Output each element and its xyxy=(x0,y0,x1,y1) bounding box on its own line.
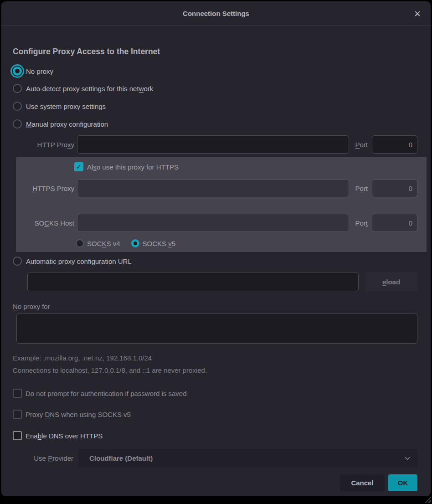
radio-socks-v5[interactable]: SOCKS v5 xyxy=(131,239,176,247)
socks-version-row: SOCKS v4 SOCKS v5 xyxy=(76,238,175,248)
label-text: No prox xyxy=(26,67,50,75)
label-text: KS Host xyxy=(49,219,74,227)
radio-auto-url[interactable]: Automatic proxy configuration URL xyxy=(13,256,132,267)
socks-host-row: SOCKS Host Port xyxy=(13,214,417,232)
label-text: NS when using SOCKS v5 xyxy=(50,411,131,418)
label-accesskey: P xyxy=(355,141,360,149)
radio-no-proxy[interactable]: No proxy xyxy=(13,66,53,77)
no-proxy-for-textarea[interactable] xyxy=(16,313,417,344)
radio-label: Use system proxy settings xyxy=(26,103,106,110)
label-text: rt xyxy=(364,185,368,192)
label-text: SOCKS xyxy=(143,240,169,247)
label-text: SOC xyxy=(87,240,102,247)
label-accesskey: v xyxy=(168,240,172,247)
dialog-titlebar: Connection Settings ✕ xyxy=(1,1,431,26)
reload-button[interactable]: eload xyxy=(365,272,417,291)
label-text: utomatic proxy configuration URL xyxy=(31,257,132,265)
label-accesskey: b xyxy=(38,432,41,440)
label-text: y xyxy=(71,141,75,149)
label-text: Al xyxy=(87,163,93,171)
radio-button-icon xyxy=(13,257,22,266)
radio-label: Auto-detect proxy settings for this netw… xyxy=(26,85,153,93)
label-text: load xyxy=(386,278,400,286)
checkbox-label: Do not prompt for authentication if pass… xyxy=(26,390,187,397)
http-port-label: Port xyxy=(355,141,368,149)
label-text: le DNS over HTTPS xyxy=(41,432,103,440)
radio-label: Automatic proxy configuration URL xyxy=(26,257,132,265)
also-https-checkbox[interactable]: ✓ Also use this proxy for HTTPS xyxy=(74,161,179,172)
enable-doh-checkbox[interactable]: Enable DNS over HTTPS xyxy=(13,430,103,441)
label-text: Use xyxy=(34,454,48,462)
checkbox-label: Enable DNS over HTTPS xyxy=(26,432,103,440)
radio-button-icon xyxy=(76,239,84,247)
radio-button-icon xyxy=(13,67,22,76)
label-text: HTTP Pro xyxy=(37,141,67,149)
checkbox-icon xyxy=(13,431,22,440)
label-text: ork xyxy=(144,85,153,93)
radio-manual-proxy[interactable]: Manual proxy configuration xyxy=(13,118,108,129)
label-accesskey: o xyxy=(360,185,363,192)
label-text: Por xyxy=(355,219,365,227)
http-proxy-input[interactable] xyxy=(77,135,349,154)
provider-row: Use Provider Cloudflare (Default) xyxy=(13,449,417,468)
label-text: ort xyxy=(360,141,368,149)
radio-button-icon xyxy=(13,102,22,111)
provider-selected-value: Cloudflare (Default) xyxy=(89,454,404,462)
label-text: 5 xyxy=(172,240,175,247)
radio-button-icon xyxy=(131,239,139,247)
label-text: cation if password is saved xyxy=(105,390,186,397)
https-proxy-input[interactable] xyxy=(77,179,349,197)
resize-grip[interactable] xyxy=(424,496,431,503)
http-proxy-label: HTTP Proxy xyxy=(13,141,74,149)
label-accesskey: s xyxy=(93,163,97,171)
checkbox-checked-icon: ✓ xyxy=(74,162,83,171)
label-accesskey: t xyxy=(366,219,368,227)
connection-settings-dialog: Connection Settings ✕ Configure Proxy Ac… xyxy=(1,1,431,496)
label-accesskey: e xyxy=(382,278,386,286)
label-text: Proxy xyxy=(26,411,45,418)
label-text: anual proxy configuration xyxy=(32,120,108,128)
socks-port-input[interactable] xyxy=(372,214,417,232)
auto-url-input[interactable] xyxy=(27,272,359,291)
radio-button-icon xyxy=(13,84,22,93)
never-proxied-note: Connections to localhost, 127.0.0.1/8, a… xyxy=(13,366,207,374)
label-text: o proxy for xyxy=(18,303,50,310)
radio-auto-detect[interactable]: Auto-detect proxy settings for this netw… xyxy=(13,83,153,94)
close-icon[interactable]: ✕ xyxy=(411,8,423,20)
radio-label: No proxy xyxy=(26,67,53,75)
socks-host-label: SOCKS Host xyxy=(13,219,74,227)
label-text: Auto-detect proxy settings for this net xyxy=(26,85,139,93)
label-accesskey: y xyxy=(50,67,54,75)
ok-button[interactable]: OK xyxy=(388,474,417,491)
no-prompt-auth-checkbox[interactable]: Do not prompt for authentication if pass… xyxy=(13,388,187,399)
radio-system-proxy[interactable]: Use system proxy settings xyxy=(13,101,106,112)
socks-port-label: Port xyxy=(355,219,368,227)
https-proxy-label: HTTPS Proxy xyxy=(13,185,74,192)
label-accesskey: N xyxy=(13,303,18,310)
label-accesskey: A xyxy=(26,257,31,265)
label-text: SO xyxy=(34,219,44,227)
label-text: se system proxy settings xyxy=(31,103,106,110)
https-port-input[interactable] xyxy=(372,179,417,197)
cancel-button[interactable]: Cancel xyxy=(340,474,385,491)
dialog-title: Connection Settings xyxy=(183,10,249,17)
radio-label: SOCKS v4 xyxy=(87,240,120,247)
page-title: Configure Proxy Access to the Internet xyxy=(13,47,160,57)
chevron-down-icon xyxy=(404,455,411,462)
checkbox-icon xyxy=(13,389,22,398)
label-accesskey: H xyxy=(32,185,37,192)
https-proxy-row: HTTPS Proxy Port xyxy=(13,179,417,197)
checkbox-label: Proxy DNS when using SOCKS v5 xyxy=(26,411,131,418)
label-accesskey: M xyxy=(26,120,32,128)
label-accesskey: K xyxy=(102,240,107,247)
proxy-dns-checkbox[interactable]: Proxy DNS when using SOCKS v5 xyxy=(13,409,131,420)
label-text: S v4 xyxy=(107,240,120,247)
http-port-input[interactable] xyxy=(372,135,417,154)
label-accesskey: D xyxy=(45,411,50,418)
checkbox-icon xyxy=(13,410,22,419)
label-accesskey: C xyxy=(44,219,49,227)
label-text: rovider xyxy=(52,454,73,462)
socks-host-input[interactable] xyxy=(77,214,349,232)
radio-socks-v4[interactable]: SOCKS v4 xyxy=(76,239,120,247)
provider-dropdown[interactable]: Cloudflare (Default) xyxy=(78,449,417,468)
